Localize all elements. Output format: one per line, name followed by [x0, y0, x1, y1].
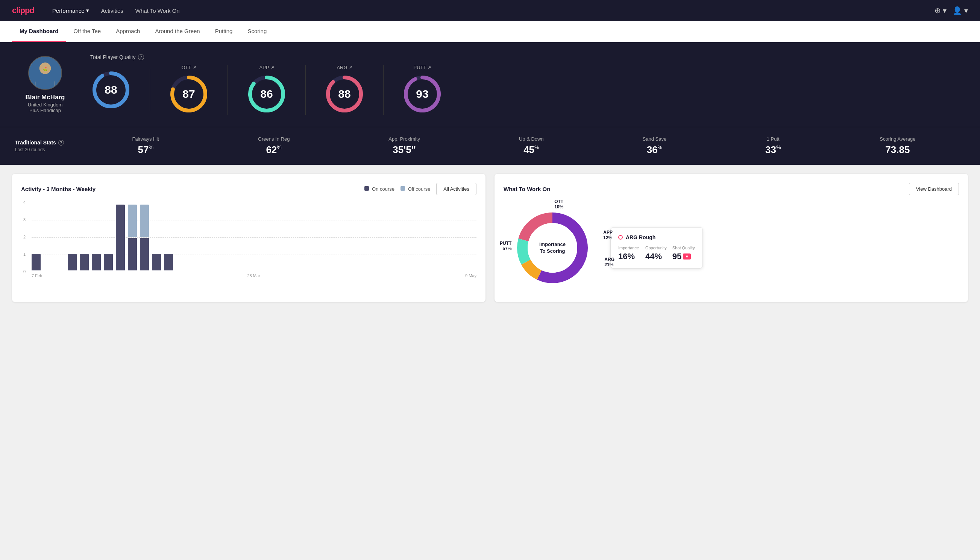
avatar: ⛳: [28, 56, 62, 90]
user-menu[interactable]: 👤 ▾: [953, 6, 968, 15]
ring-label-putt: PUTT ↗: [414, 65, 431, 70]
bar-oncourse: [164, 254, 173, 270]
donut-label-arg: ARG 21%: [604, 257, 614, 267]
bar-oncourse: [92, 254, 101, 270]
app-logo: clippd: [12, 6, 34, 15]
ring-total: 88: [90, 69, 150, 110]
top-nav: clippd Performance ▾ Activities What To …: [0, 0, 980, 21]
bar-offcourse: [140, 205, 149, 237]
ring-value-ott: 87: [182, 88, 195, 100]
player-country: United Kingdom: [28, 102, 63, 108]
stat-scoring-average: Scoring Average 73.85: [880, 136, 915, 156]
trad-stats-label: Traditional Stats ? Last 20 rounds: [15, 140, 83, 152]
offcourse-dot: [401, 186, 405, 191]
ring-label-ott: OTT ↗: [181, 65, 196, 70]
ring-container-total: 88: [90, 69, 131, 110]
tooltip-metric-opportunity: Opportunity 44%: [645, 246, 668, 262]
bar-group-2: [56, 205, 65, 270]
x-axis: 7 Feb 28 Mar 9 May: [32, 273, 476, 278]
ring-value-total: 88: [105, 83, 117, 96]
bar-group-6: [104, 205, 113, 270]
legend-offcourse: Off course: [401, 186, 430, 192]
ring-label-arg: ARG ↗: [336, 65, 352, 70]
tab-scoring[interactable]: Scoring: [240, 21, 274, 42]
bar-oncourse: [128, 238, 137, 271]
wtwon-panel-title: What To Work On: [504, 186, 550, 192]
traditional-stats: Traditional Stats ? Last 20 rounds Fairw…: [0, 127, 980, 165]
donut-label-ott: OTT 10%: [554, 199, 563, 210]
stat-sand-save: Sand Save 36%: [643, 136, 667, 156]
tab-around-the-green[interactable]: Around the Green: [147, 21, 207, 42]
chart-body: 4 3 2 1 0 7 Feb 28 Mar 9 May: [21, 203, 476, 278]
bar-oncourse: [152, 254, 161, 270]
bar-offcourse: [128, 205, 137, 237]
ring-value-putt: 93: [416, 88, 428, 100]
ring-value-app: 86: [260, 88, 273, 100]
nav-performance[interactable]: Performance ▾: [52, 7, 89, 14]
bar-oncourse: [116, 205, 125, 270]
stat-up-and-down: Up & Down 45%: [519, 136, 544, 156]
activity-panel-header: Activity - 3 Months - Weekly On course O…: [21, 183, 476, 195]
bottom-panels: Activity - 3 Months - Weekly On course O…: [0, 165, 980, 311]
ring-container-app: 86: [246, 73, 287, 115]
nav-what-to-work-on[interactable]: What To Work On: [135, 8, 180, 14]
player-info: ⛳ Blair McHarg United Kingdom Plus Handi…: [15, 56, 75, 113]
tab-off-the-tee[interactable]: Off the Tee: [66, 21, 108, 42]
scores-section: Total Player Quality ? 88: [90, 54, 965, 115]
score-rings: 88 OTT ↗ 87: [90, 65, 965, 115]
add-button[interactable]: ⊕ ▾: [935, 6, 947, 15]
svg-text:⛳: ⛳: [43, 67, 47, 72]
tooltip-dot: [618, 235, 623, 240]
trad-help-icon[interactable]: ?: [58, 140, 64, 145]
stat-fairways-hit: Fairways Hit 57%: [132, 136, 159, 156]
nav-activities[interactable]: Activities: [101, 8, 123, 14]
bar-group-3: [68, 205, 77, 270]
tpq-label: Total Player Quality ?: [90, 54, 965, 60]
activity-panel-title: Activity - 3 Months - Weekly: [21, 186, 95, 192]
bar-group-10: [152, 205, 161, 270]
bar-group-5: [92, 205, 101, 270]
bar-group-11: [164, 205, 173, 270]
bar-oncourse: [140, 238, 149, 271]
bar-chart-area: 4 3 2 1 0 7 Feb 28 Mar 9 May: [21, 203, 476, 285]
ring-arg: ARG ↗ 88: [306, 65, 384, 115]
ring-container-arg: 88: [324, 73, 365, 115]
ring-putt: PUTT ↗ 93: [384, 65, 461, 115]
tabs-bar: My Dashboard Off the Tee Approach Around…: [0, 21, 980, 42]
ring-container-putt: 93: [402, 73, 443, 115]
tooltip-metrics: Importance 16% Opportunity 44% Shot Qual…: [618, 246, 695, 262]
bar-oncourse: [80, 254, 89, 270]
donut-label-putt: PUTT 57%: [500, 241, 511, 251]
activity-chart-panel: Activity - 3 Months - Weekly On course O…: [12, 174, 486, 302]
view-dashboard-button[interactable]: View Dashboard: [909, 183, 959, 195]
nav-right: ⊕ ▾ 👤 ▾: [935, 6, 968, 15]
tooltip-metric-importance: Importance 16%: [618, 246, 641, 262]
svg-rect-3: [36, 75, 54, 89]
ring-app: APP ↗ 86: [228, 65, 306, 115]
tab-putting[interactable]: Putting: [208, 21, 240, 42]
bar-oncourse: [104, 254, 113, 270]
ring-label-app: APP ↗: [259, 65, 274, 70]
bar-oncourse: [68, 254, 77, 270]
stat-app-proximity: App. Proximity 35'5": [388, 136, 420, 156]
ring-value-arg: 88: [338, 88, 351, 100]
wtwon-panel-header: What To Work On View Dashboard: [504, 183, 959, 195]
bars-render: [32, 205, 476, 270]
shot-quality-badge: ▼: [683, 253, 691, 260]
bar-oncourse: [32, 254, 41, 270]
tab-my-dashboard[interactable]: My Dashboard: [12, 21, 66, 42]
hero-section: ⛳ Blair McHarg United Kingdom Plus Handi…: [0, 42, 980, 127]
stat-1-putt: 1 Putt 33%: [765, 136, 781, 156]
tpq-help-icon[interactable]: ?: [138, 54, 144, 60]
stat-items: Fairways Hit 57% Greens In Reg 62% App. …: [83, 136, 965, 156]
tab-approach[interactable]: Approach: [108, 21, 147, 42]
bar-group-8: [128, 205, 137, 270]
oncourse-dot: [364, 186, 369, 191]
ring-ott: OTT ↗ 87: [150, 65, 228, 115]
chart-legend: On course Off course All Activities: [364, 183, 476, 195]
what-to-work-on-panel: What To Work On View Dashboard: [494, 174, 968, 302]
all-activities-button[interactable]: All Activities: [436, 183, 476, 195]
ring-container-ott: 87: [168, 73, 210, 115]
donut-center: Importance To Scoring: [539, 241, 566, 255]
tooltip-card-title: ARG Rough: [618, 234, 695, 240]
